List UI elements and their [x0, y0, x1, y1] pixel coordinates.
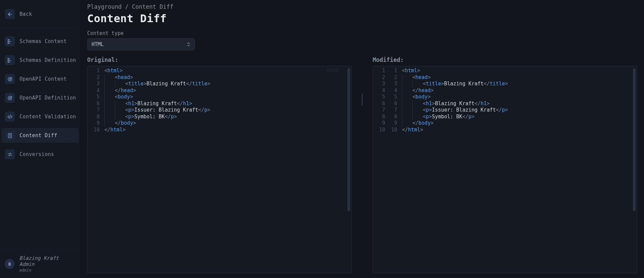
code-content: <title>Blazing Kraft</title>	[103, 81, 210, 87]
line-number-secondary: 2	[388, 74, 401, 81]
line-number: 8	[373, 114, 388, 120]
scrollbar[interactable]	[632, 68, 636, 272]
line-number: 4	[88, 87, 103, 94]
pane-splitter[interactable]	[361, 56, 363, 273]
code-content: <p>Issuer: Blazing Kraft</p>	[103, 107, 210, 114]
code-content: <html>	[401, 68, 420, 74]
arrow-left-icon	[5, 9, 15, 19]
line-number: 1	[88, 68, 103, 74]
code-line[interactable]: 5<body>	[88, 94, 351, 101]
code-line[interactable]: 99</body>	[373, 120, 637, 127]
content-type-value: HTML	[92, 41, 104, 47]
code-line[interactable]: 4</head>	[88, 87, 351, 94]
line-number: 1	[373, 68, 388, 74]
sidebar-nav: Schemas Content Schemas Definition OpenA…	[0, 28, 80, 250]
avatar: B	[5, 259, 14, 269]
tree-icon	[5, 55, 15, 65]
code-line[interactable]: 66<h1>Blazing Kraft</h1>	[373, 101, 637, 107]
code-content: <p>Symbol: BK</p>	[401, 114, 475, 120]
code-line[interactable]: 1010</html>	[373, 127, 637, 133]
scrollbar[interactable]	[347, 68, 351, 272]
sidebar-item-openapi-definition[interactable]: OpenAPI Definition	[1, 90, 79, 105]
code-line[interactable]: 8<p>Symbol: BK</p>	[88, 114, 351, 120]
code-line[interactable]: 7<p>Issuer: Blazing Kraft</p>	[88, 107, 351, 114]
app-root: Back Schemas Content Schemas Definition	[0, 0, 644, 278]
editor-original[interactable]: 1<html>2<head>3<title>Blazing Kraft</tit…	[87, 66, 352, 273]
line-number: 10	[88, 127, 103, 133]
code-content: <p>Symbol: BK</p>	[103, 114, 177, 120]
pane-modified: Modified: 11<html>22<head>33<title>Blazi…	[373, 56, 637, 273]
code-line[interactable]: 55<body>	[373, 94, 637, 101]
code-line[interactable]: 9</body>	[88, 120, 351, 127]
code-content: <html>	[103, 68, 123, 74]
code-line[interactable]: 1<html>	[88, 68, 351, 74]
original-label: Original:	[87, 56, 352, 63]
sidebar-user[interactable]: B Blazing Kraft Admin admin	[1, 252, 79, 275]
code-content: </body>	[401, 120, 434, 127]
line-number: 4	[373, 87, 388, 94]
sidebar-item-label: Conversions	[20, 151, 54, 157]
line-number-secondary: 7	[388, 107, 401, 114]
modified-label: Modified:	[373, 56, 637, 63]
line-number-secondary: 9	[388, 120, 401, 127]
user-name: Blazing Kraft Admin	[19, 255, 75, 267]
code-content: <head>	[103, 74, 133, 81]
line-number: 9	[88, 120, 103, 127]
code-content: <h1>Blazing Kraft</h1>	[401, 101, 490, 107]
code-content: <head>	[401, 74, 431, 81]
user-role: admin	[19, 268, 75, 273]
code-content: </head>	[401, 87, 434, 94]
line-number: 3	[88, 81, 103, 87]
line-number-secondary: 8	[388, 114, 401, 120]
breadcrumb[interactable]: Playground / Content Diff	[87, 3, 637, 10]
sidebar-back[interactable]: Back	[1, 7, 79, 22]
page-title: Content Diff	[87, 12, 637, 25]
target-icon	[5, 93, 15, 103]
sidebar-item-openapi-content[interactable]: OpenAPI Content	[1, 72, 79, 86]
code-line[interactable]: 3<title>Blazing Kraft</title>	[88, 81, 351, 87]
sidebar-item-label: Schemas Definition	[20, 57, 76, 63]
split-panes: Original: 1<html>2<head>3<title>Blazing …	[87, 56, 637, 273]
content-type-select[interactable]: HTML	[87, 38, 195, 50]
editor-modified[interactable]: 11<html>22<head>33<title>Blazing Kraft</…	[373, 66, 637, 273]
sidebar-item-schemas-definition[interactable]: Schemas Definition	[1, 53, 79, 68]
code-line[interactable]: 22<head>	[373, 74, 637, 81]
code-line[interactable]: 6<h1>Blazing Kraft</h1>	[88, 101, 351, 107]
sidebar-item-label: OpenAPI Definition	[20, 95, 76, 101]
code-line[interactable]: 77<p>Issuer: Blazing Kraft</p>	[373, 107, 637, 114]
code-content: </head>	[103, 87, 136, 94]
main: Playground / Content Diff Content Diff C…	[80, 0, 644, 278]
line-number: 10	[373, 127, 388, 133]
code-line[interactable]: 10</html>	[88, 127, 351, 133]
code-line[interactable]: 44</head>	[373, 87, 637, 94]
sidebar-item-label: Content Diff	[20, 132, 57, 138]
sidebar-item-schemas-content[interactable]: Schemas Content	[1, 34, 79, 49]
sidebar-item-content-validation[interactable]: Content Validation	[1, 109, 79, 124]
code-content: </html>	[401, 127, 423, 133]
line-number-secondary: 4	[388, 87, 401, 94]
code-line[interactable]: 11<html>	[373, 68, 637, 74]
line-number: 5	[373, 94, 388, 101]
sidebar-item-conversions[interactable]: Conversions	[1, 147, 79, 162]
code-content: <body>	[103, 94, 133, 101]
code-line[interactable]: 33<title>Blazing Kraft</title>	[373, 81, 637, 87]
line-number: 3	[373, 81, 388, 87]
line-number: 6	[373, 101, 388, 107]
line-number: 7	[88, 107, 103, 114]
code-line[interactable]: 2<head>	[88, 74, 351, 81]
line-number: 2	[373, 74, 388, 81]
code-line[interactable]: 88<p>Symbol: BK</p>	[373, 114, 637, 120]
tree-icon	[5, 36, 15, 46]
line-number: 7	[373, 107, 388, 114]
chevron-up-down-icon	[187, 42, 191, 47]
line-number: 8	[88, 114, 103, 120]
swap-icon	[5, 149, 15, 159]
line-number: 5	[88, 94, 103, 101]
sidebar-back-label: Back	[20, 11, 32, 17]
sidebar-item-label: OpenAPI Content	[20, 76, 67, 82]
line-number-secondary: 5	[388, 94, 401, 101]
sidebar-item-content-diff[interactable]: Content Diff	[1, 128, 79, 143]
code-content: </html>	[103, 127, 126, 133]
code-content: <title>Blazing Kraft</title>	[401, 81, 508, 87]
line-number: 6	[88, 101, 103, 107]
